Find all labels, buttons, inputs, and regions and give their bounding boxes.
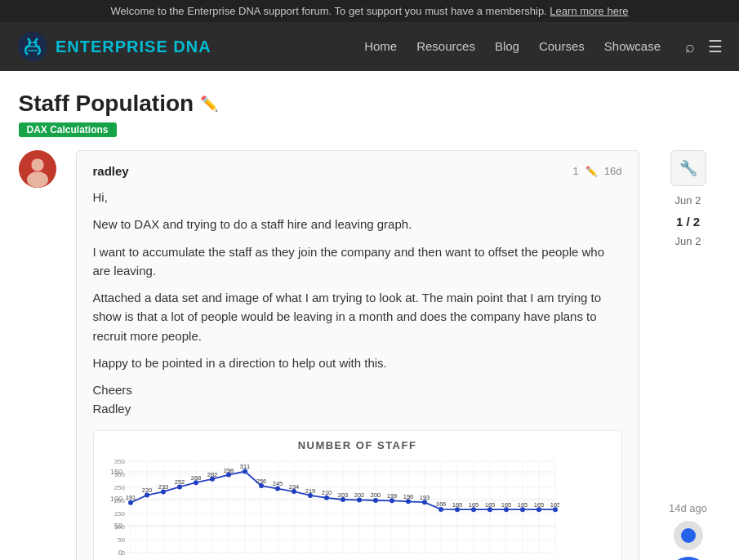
svg-text:234: 234: [288, 482, 299, 490]
svg-text:298: 298: [223, 466, 234, 473]
announcement-bar: Welcome to the Enterprise DNA support fo…: [0, 0, 739, 22]
brand: ENTERPRISE DNA: [16, 30, 211, 63]
main-layout: radley 1 ✏️ 16d Hi, New to DAX and tryin…: [19, 150, 721, 560]
svg-text:165: 165: [533, 500, 544, 508]
svg-text:165: 165: [550, 500, 559, 508]
svg-text:311: 311: [239, 463, 250, 470]
tag-pill[interactable]: DAX Calculations: [19, 122, 117, 137]
brand-text: ENTERPRISE DNA: [56, 38, 211, 56]
post-author: radley: [93, 164, 129, 178]
sidebar-time-ago: 14d ago: [669, 502, 707, 514]
sidebar-pagination: 1 / 2: [676, 215, 700, 229]
svg-text:233: 233: [158, 483, 168, 491]
avatar: [19, 150, 56, 188]
svg-text:100: 100: [114, 523, 125, 531]
chart-title: NUMBER OF STAFF: [102, 439, 613, 451]
avatar-col: [19, 150, 60, 560]
svg-text:282: 282: [207, 470, 217, 478]
chart-svg-wrapper: 0 50 100 150: [102, 455, 613, 561]
svg-text:200: 200: [370, 491, 381, 499]
svg-text:220: 220: [141, 487, 152, 494]
post-edit-icon: ✏️: [585, 166, 598, 177]
svg-text:200: 200: [114, 497, 125, 504]
nav-showcase[interactable]: Showcase: [604, 39, 661, 53]
staff-chart: 0 50 100 150: [102, 455, 559, 561]
svg-text:250: 250: [114, 484, 125, 491]
post-header: radley 1 ✏️ 16d: [93, 164, 622, 178]
svg-text:268: 268: [190, 474, 201, 482]
svg-text:196: 196: [403, 492, 413, 500]
announcement-text: Welcome to the Enterprise DNA support fo…: [111, 5, 547, 17]
svg-text:210: 210: [321, 489, 332, 496]
sidebar: 🔧 Jun 2 1 / 2 Jun 2 14d ago: [656, 150, 721, 560]
sidebar-reply-button[interactable]: [669, 557, 708, 561]
svg-text:202: 202: [354, 491, 364, 498]
post-meta: 1 ✏️ 16d: [573, 165, 622, 177]
sidebar-user-btn[interactable]: [674, 521, 703, 550]
svg-point-6: [27, 171, 48, 188]
svg-text:165: 165: [468, 500, 479, 508]
nav-links: Home Resources Blog Courses Showcase: [364, 39, 661, 54]
svg-text:50: 50: [118, 536, 125, 544]
svg-text:350: 350: [114, 458, 125, 465]
svg-text:166: 166: [435, 500, 446, 508]
edit-title-icon[interactable]: ✏️: [200, 95, 218, 113]
svg-text:193: 193: [419, 493, 430, 500]
nav-resources[interactable]: Resources: [416, 39, 475, 53]
nav-blog[interactable]: Blog: [495, 39, 519, 53]
svg-text:300: 300: [114, 471, 125, 478]
page-title-row: Staff Population ✏️: [19, 91, 721, 117]
post-line-1: Hi,: [93, 188, 622, 207]
post-card: radley 1 ✏️ 16d Hi, New to DAX and tryin…: [76, 150, 639, 560]
page-content: Staff Population ✏️ DAX Calculations rad…: [2, 71, 737, 560]
sidebar-date1: Jun 2: [675, 194, 701, 207]
svg-text:165: 165: [517, 500, 528, 508]
svg-text:203: 203: [337, 491, 348, 498]
announcement-link[interactable]: Learn more here: [550, 5, 628, 17]
nav-home[interactable]: Home: [364, 39, 397, 53]
chart-container: NUMBER OF STAFF 0 50 100: [93, 430, 622, 561]
post-line-4: Attached a data set and image of what I …: [93, 288, 622, 345]
svg-text:252: 252: [174, 478, 185, 486]
nav-courses[interactable]: Courses: [539, 39, 585, 53]
svg-text:199: 199: [386, 491, 397, 499]
search-button[interactable]: ⌕: [685, 38, 695, 56]
navbar: ENTERPRISE DNA Home Resources Blog Cours…: [0, 22, 739, 71]
post-sign-off: CheersRadley: [93, 380, 622, 419]
svg-point-139: [681, 528, 696, 543]
sidebar-date2: Jun 2: [675, 235, 701, 247]
post-body: Hi, New to DAX and trying to do a staff …: [93, 188, 622, 419]
svg-text:219: 219: [305, 487, 315, 494]
post-line-5: Happy to be pointed in a direction to he…: [93, 353, 622, 372]
svg-text:165: 165: [484, 500, 495, 508]
svg-text:0: 0: [121, 549, 125, 557]
svg-text:150: 150: [114, 510, 125, 518]
post-time: 16d: [604, 165, 622, 177]
nav-icons: ⌕ ☰: [685, 37, 723, 56]
svg-text:245: 245: [272, 480, 283, 487]
svg-text:256: 256: [256, 477, 266, 484]
svg-text:191: 191: [125, 494, 136, 501]
logo-icon: [16, 30, 49, 63]
svg-text:165: 165: [501, 500, 511, 508]
page-title: Staff Population: [19, 91, 194, 117]
menu-button[interactable]: ☰: [708, 37, 723, 56]
post-number: 1: [573, 165, 579, 177]
post-line-3: I want to accumulate the staff as they j…: [93, 242, 622, 281]
svg-text:165: 165: [452, 500, 462, 508]
tools-button[interactable]: 🔧: [670, 150, 706, 186]
post-line-2: New to DAX and trying to do a staff hire…: [93, 215, 622, 233]
